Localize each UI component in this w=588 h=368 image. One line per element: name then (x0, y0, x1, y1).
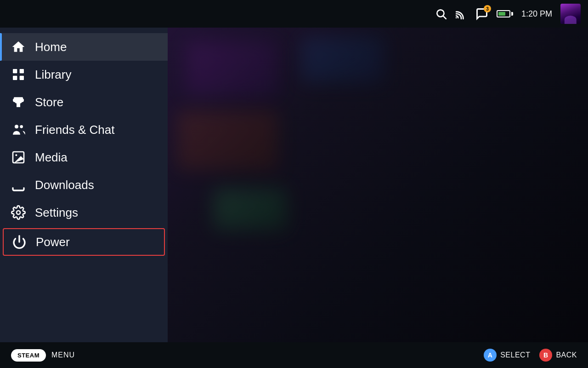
notifications-icon[interactable]: 3 (475, 7, 488, 20)
svg-rect-4 (20, 69, 24, 73)
top-bar-icons: 3 1:20 PM (435, 4, 581, 24)
cast-icon[interactable] (455, 8, 467, 20)
bg-blob-1 (186, 41, 278, 97)
friends-icon (11, 122, 26, 137)
select-button[interactable]: A SELECT (484, 349, 530, 362)
sidebar-item-friends[interactable]: Friends & Chat (0, 116, 168, 144)
sidebar-item-power[interactable]: Power (3, 228, 165, 256)
svg-rect-6 (20, 76, 24, 80)
steam-button[interactable]: STEAM (11, 349, 46, 362)
bottom-bar: STEAM MENU A SELECT B BACK (0, 342, 588, 368)
back-button[interactable]: B BACK (539, 349, 577, 362)
sidebar-item-media[interactable]: Media (0, 144, 168, 171)
sidebar-item-downloads[interactable]: Downloads (0, 171, 168, 199)
power-label: Power (36, 235, 70, 249)
main-content (168, 28, 588, 342)
sidebar-item-store[interactable]: Store (0, 88, 168, 116)
bg-blob-3 (177, 110, 278, 170)
search-icon[interactable] (435, 8, 447, 20)
sidebar-item-library[interactable]: Library (0, 61, 168, 88)
background-blur (168, 28, 588, 342)
sidebar-item-settings[interactable]: Settings (0, 199, 168, 226)
sidebar-item-home[interactable]: Home (0, 33, 168, 61)
menu-label: MENU (51, 351, 75, 359)
b-button-circle: B (539, 349, 552, 362)
svg-rect-5 (13, 76, 17, 80)
select-label: SELECT (500, 351, 530, 359)
power-icon (12, 235, 27, 249)
notification-count: 3 (484, 5, 491, 12)
top-bar: 3 1:20 PM (0, 0, 588, 28)
friends-label: Friends & Chat (35, 123, 114, 137)
svg-point-11 (17, 211, 20, 214)
svg-line-1 (443, 16, 446, 19)
settings-icon (11, 205, 26, 220)
svg-rect-3 (13, 69, 17, 73)
home-label: Home (35, 40, 67, 54)
back-label: BACK (556, 351, 577, 359)
settings-label: Settings (35, 206, 78, 220)
store-label: Store (35, 95, 63, 109)
svg-point-7 (15, 125, 18, 128)
media-icon (11, 150, 26, 165)
library-icon (11, 67, 26, 82)
library-label: Library (35, 68, 71, 82)
bg-blob-4 (214, 189, 287, 230)
bottom-right: A SELECT B BACK (484, 349, 577, 362)
svg-point-8 (20, 125, 23, 128)
bg-blob-2 (301, 37, 384, 83)
downloads-label: Downloads (35, 178, 94, 192)
sidebar: Home Library Store Friends & Chat (0, 28, 168, 342)
downloads-icon (11, 178, 26, 192)
store-icon (11, 95, 26, 109)
a-button-circle: A (484, 349, 497, 362)
media-label: Media (35, 150, 68, 165)
clock: 1:20 PM (521, 9, 552, 19)
bottom-left: STEAM MENU (11, 349, 75, 362)
battery-icon (497, 10, 513, 17)
avatar[interactable] (560, 4, 581, 24)
home-icon (11, 40, 26, 54)
svg-point-10 (15, 154, 17, 156)
